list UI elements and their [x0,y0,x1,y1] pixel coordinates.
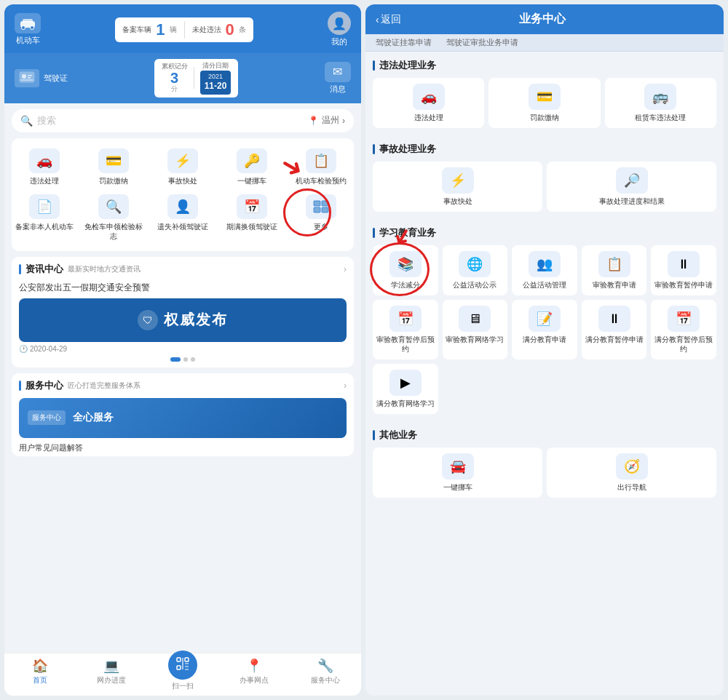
quick-item-更多[interactable]: 更多 [288,191,354,244]
right-item-满分教育申请[interactable]: 📝 满分教育申请 [512,300,577,359]
right-icon-违法处理: 🚗 [413,84,445,110]
section-other-title: 其他业务 [373,421,716,448]
right-label-违法处理: 违法处理 [414,113,443,122]
right-item-满分教育网络学习[interactable]: ▶ 满分教育网络学习 [373,364,438,414]
right-label-公益活动管理: 公益活动管理 [523,280,566,290]
filed-unit: 辆 [170,25,177,35]
news-banner[interactable]: 🛡 权威发布 [19,298,347,342]
scan-button[interactable] [168,651,197,680]
news-arrow[interactable]: › [344,264,347,274]
points-count: 3 [170,71,178,85]
services-banner[interactable]: 服务中心 全心服务 [19,398,347,438]
nav-home-label: 首页 [33,675,47,685]
search-placeholder: 搜索 [37,114,56,127]
violation-grid: 🚗 违法处理 💳 罚款缴纳 🚌 租赁车违法处理 [373,78,716,128]
quick-label-遗失补领驾驶证: 遗失补领驾驶证 [157,222,208,231]
msg-icon: ✉ [325,62,351,82]
motor-section[interactable]: 机动车 [15,13,41,46]
section-other: 其他业务 🚘 一键挪车 🧭 出行导航 [373,421,716,498]
motor-label: 机动车 [16,35,40,46]
scrolled-item-1[interactable]: 驾驶证审批业务申请 [446,37,518,48]
nav-network[interactable]: 💻 网办进度 [76,653,147,696]
services-arrow[interactable]: › [344,381,347,391]
education-bar [373,228,375,238]
quick-item-一键挪车[interactable]: 🔑 一键挪车 [218,146,285,188]
nav-service[interactable]: 🔧 服务中心 [290,653,361,696]
quick-icon-事故快处: ⚡ [167,148,198,173]
svg-rect-1 [23,19,33,23]
right-item-满分教育暂停申请[interactable]: ⏸ 满分教育暂停申请 [582,300,647,359]
right-label-罚款缴纳: 罚款缴纳 [530,113,559,122]
right-item-一键挪车[interactable]: 🚘 一键挪车 [373,448,542,498]
right-item-租赁车违法处理[interactable]: 🚌 租赁车违法处理 [605,78,716,128]
right-item-审验教育暂停后预约[interactable]: 📅 审验教育暂停后预约 [373,300,438,359]
quick-icon-一键挪车: 🔑 [237,148,267,173]
quick-item-备案非本人机动车[interactable]: 📄 备案非本人机动车 [12,191,78,244]
dots-row [19,357,347,362]
svg-rect-15 [177,666,181,669]
news-bar [19,264,21,274]
education-row3: ▶ 满分教育网络学习 [373,364,716,414]
right-item-违法处理[interactable]: 🚗 违法处理 [373,78,484,128]
right-item-罚款缴纳[interactable]: 💳 罚款缴纳 [488,78,600,128]
quick-item-遗失补领驾驶证[interactable]: 👤 遗失补领驾驶证 [150,191,216,244]
right-header: ‹ 返回 业务中心 [365,4,724,34]
quick-item-免检车申领检验标志[interactable]: 🔍 免检车申领检验标志 [81,191,147,244]
right-label-满分教育申请: 满分教育申请 [523,335,566,344]
svg-rect-6 [28,75,32,76]
svg-rect-8 [20,79,33,81]
quick-item-违法处理[interactable]: 🚗 违法处理 [12,146,78,188]
right-label-满分教育暂停申请: 满分教育暂停申请 [585,335,644,344]
quick-label-期满换领驾驶证: 期满换领驾驶证 [226,222,277,231]
location-icon: 📍 [308,116,319,126]
right-item-公益活动公示[interactable]: 🌐 公益活动公示 [443,245,508,295]
right-item-事故快处[interactable]: ⚡ 事故快处 [373,162,542,212]
right-icon-租赁车违法处理: 🚌 [644,84,676,110]
nav-scan-label: 扫一扫 [172,681,194,691]
right-item-出行导航[interactable]: 🧭 出行导航 [547,448,716,498]
nav-scan[interactable]: 扫一扫 [147,653,218,696]
right-label-公益活动公示: 公益活动公示 [453,280,496,290]
date-val: 11-20 [205,81,227,92]
driver-icon [15,69,39,87]
services-sub-banner: 全心服务 [73,411,114,424]
right-icon-满分教育暂停申请: ⏸ [598,306,630,332]
clear-col: 清分日期 2021 11-20 [200,62,232,95]
clear-label: 清分日期 [202,62,229,71]
quick-icon-更多 [306,194,336,219]
msg-section[interactable]: ✉ 消息 [325,62,351,95]
quick-item-机动车检验预约[interactable]: 📋 机动车检验预约 [288,146,354,188]
back-label: 返回 [381,13,401,26]
news-subtitle: 最新实时地方交通资讯 [68,264,141,274]
right-item-事故处理进度和结果[interactable]: 🔎 事故处理进度和结果 [547,162,716,212]
education-row1: 📚 学法减分 🌐 公益活动公示 👥 公益活动管理 📋 审验教育申请 [373,245,716,295]
my-section[interactable]: 👤 我的 [328,12,351,47]
scrolled-item-0[interactable]: 驾驶证挂靠申请 [376,37,432,48]
accident-section-name: 事故处理业务 [379,143,436,156]
right-item-满分教育暂停后预约[interactable]: 📅 满分教育暂停后预约 [651,300,716,359]
right-label-审验教育暂停申请: 审验教育暂停申请 [654,280,713,290]
scrolled-top-items: 驾驶证挂靠申请 驾驶证审批业务申请 [365,34,724,52]
right-panel: ‹ 返回 业务中心 驾驶证挂靠申请 驾驶证审批业务申请 违法处理业务 🚗 违法处… [365,4,724,696]
dot-3 [191,357,195,362]
driver-section[interactable]: 驾驶证 [15,69,68,87]
nav-locations[interactable]: 📍 办事网点 [218,653,290,696]
right-item-审验教育申请[interactable]: 📋 审验教育申请 [582,245,647,295]
motor-icon [15,13,41,33]
right-item-审验教育暂停申请[interactable]: ⏸ 审验教育暂停申请 [651,245,716,295]
right-item-审验教育网络学习[interactable]: 🖥 审验教育网络学习 [443,300,508,359]
nav-home[interactable]: 🏠 首页 [4,653,76,696]
quick-icon-机动车检验预约: 📋 [306,148,336,173]
right-item-学法减分[interactable]: 📚 学法减分 [373,245,438,295]
svg-point-3 [31,26,34,30]
quick-item-期满换领驾驶证[interactable]: 📅 期满换领驾驶证 [218,191,285,244]
search-bar[interactable]: 🔍 搜索 📍 温州 › [12,109,354,132]
back-button[interactable]: ‹ 返回 [376,13,401,26]
quick-item-事故快处[interactable]: ⚡ 事故快处 [150,146,216,188]
news-title-left: 资讯中心 最新实时地方交通资讯 [19,263,141,276]
right-item-公益活动管理[interactable]: 👥 公益活动管理 [512,245,577,295]
quick-icon-遗失补领驾驶证: 👤 [167,194,198,219]
quick-item-罚款缴纳[interactable]: 💳 罚款缴纳 [81,146,147,188]
location-right[interactable]: 📍 温州 › [308,114,345,127]
services-section-title: 服务中心 匠心打造完整服务体系 › [19,379,347,392]
